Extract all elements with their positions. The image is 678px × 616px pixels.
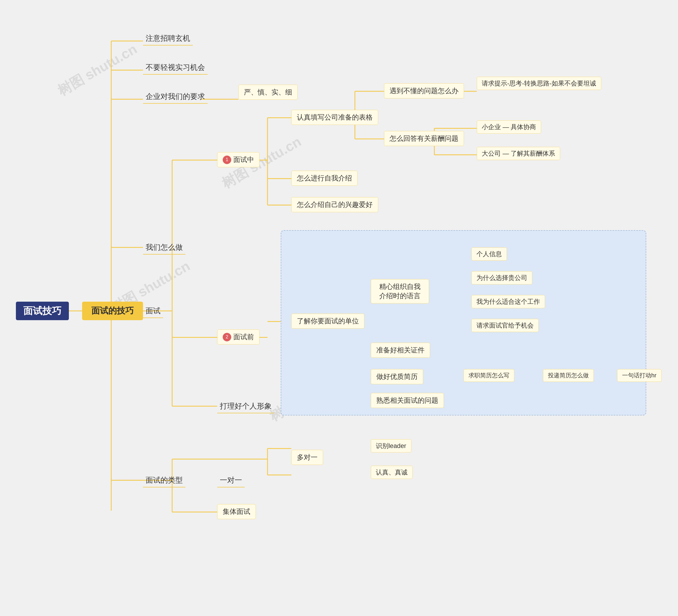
ziwo-label: 怎么进行自我介绍 (297, 174, 352, 183)
circle-1: 1 (223, 156, 231, 164)
node-qingqiumianshi: 请求面试官给予机会 (472, 319, 539, 332)
node-woweishenme: 我为什么适合这个工作 (472, 295, 545, 308)
yanshenshi-label: 严、慎、实、细 (244, 88, 292, 97)
node-ziwo: 怎么进行自我介绍 (291, 171, 357, 186)
node-qiye: 企业对我们的要求 (143, 90, 208, 104)
yiduiyi-label: 一对一 (220, 475, 242, 485)
node-dali: 打理好个人形象 (217, 400, 274, 413)
node-liaojie: 了解你要面试的单位 (291, 314, 365, 329)
node-shuxi: 熟悉相关面试的问题 (371, 393, 444, 408)
node-shixizhijia: 不要轻视实习机会 (143, 61, 208, 75)
mianshiqian-label: 面试前 (233, 332, 254, 341)
leixing-label: 面试的类型 (146, 475, 183, 485)
weishenme-label: 为什么选择贵公司 (477, 274, 527, 282)
node-shibieleader: 识别leader (371, 439, 411, 452)
mianshizhong-label: 面试中 (233, 155, 254, 164)
budong-label: 遇到不懂的问题怎么办 (389, 86, 458, 95)
xinchou-label: 怎么回答有关薪酬问题 (389, 134, 458, 143)
renzhen-label: 认真填写公司准备的表格 (297, 113, 373, 122)
node-duoduiyi: 多对一 (291, 450, 323, 465)
node-yanshenshi: 严、慎、实、细 (238, 85, 298, 100)
node-qingqiu: 请求提示-思考-转换思路-如果不会要坦诚 (477, 77, 601, 90)
gerxinxi-label: 个人信息 (477, 250, 502, 258)
level1-label: 面试的技巧 (91, 305, 134, 317)
node-jingxin: 精心组织自我介绍时的语言 (371, 279, 429, 303)
node-toudijianyao: 投递简历怎么做 (543, 369, 594, 382)
women-label: 我们怎么做 (146, 242, 183, 252)
woweishenme-label: 我为什么适合这个工作 (477, 297, 540, 306)
node-mianshizhong: 1 面试中 (217, 152, 260, 167)
node-zuohao: 做好优质简历 (371, 369, 423, 384)
shuxi-label: 熟悉相关面试的问题 (376, 396, 438, 405)
zhaopin-label: 注意招聘玄机 (146, 33, 190, 43)
jingxin-label: 精心组织自我介绍时的语言 (376, 282, 423, 300)
node-xingqu: 怎么介绍自己的兴趣爱好 (291, 197, 378, 212)
node-mianshi: 面试 (143, 304, 163, 318)
node-women: 我们怎么做 (143, 241, 185, 254)
node-dagonsi: 大公司 — 了解其薪酬体系 (477, 147, 560, 160)
mianshi-label: 面试 (146, 306, 160, 316)
shixizhijia-label: 不要轻视实习机会 (146, 63, 205, 73)
liaojie-label: 了解你要面试的单位 (297, 317, 359, 326)
node-weishenme: 为什么选择贵公司 (472, 271, 532, 284)
node-xiaoqiye: 小企业 — 具体协商 (477, 120, 541, 134)
root-label: 面试技巧 (23, 304, 62, 318)
node-zhaopin: 注意招聘玄机 (143, 32, 193, 45)
qingqiu-label: 请求提示-思考-转换思路-如果不会要坦诚 (482, 79, 596, 88)
canvas: 树图 shutu.cn 树图 shutu.cn 树图 shutu.cn 树图 s… (0, 0, 678, 616)
circle-2: 2 (223, 333, 231, 341)
watermark-1: 树图 shutu.cn (54, 40, 140, 100)
node-mianshiqian: 2 面试前 (217, 329, 260, 344)
node-xinchou: 怎么回答有关薪酬问题 (384, 131, 464, 146)
qiye-label: 企业对我们的要求 (146, 91, 205, 101)
zuohao-label: 做好优质简历 (376, 372, 418, 381)
xiaoqiye-label: 小企业 — 具体协商 (482, 123, 536, 131)
node-jiti: 集体面试 (217, 504, 256, 519)
node-leixing: 面试的类型 (143, 474, 185, 487)
jiti-label: 集体面试 (223, 507, 250, 516)
node-gerxinxi: 个人信息 (472, 247, 507, 261)
xingqu-label: 怎么介绍自己的兴趣爱好 (297, 200, 373, 209)
node-budong: 遇到不懂的问题怎么办 (384, 83, 464, 98)
node-yijuhua: 一句话打动hr (617, 369, 662, 382)
dagonsi-label: 大公司 — 了解其薪酬体系 (482, 149, 555, 158)
shibieleader-label: 识别leader (376, 442, 406, 450)
yijuhua-label: 一句话打动hr (622, 371, 656, 379)
toudijianyao-label: 投递简历怎么做 (548, 371, 589, 379)
node-renzhenzhencheng: 认真、真诚 (371, 466, 413, 479)
zhunbei-label: 准备好相关证件 (376, 345, 424, 355)
qiuzhijianli-label: 求职简历怎么写 (468, 371, 509, 379)
renzhenzhencheng-label: 认真、真诚 (376, 468, 408, 477)
dali-label: 打理好个人形象 (220, 401, 272, 411)
root-node: 面试技巧 (16, 302, 69, 320)
node-renzhen: 认真填写公司准备的表格 (291, 110, 378, 125)
node-zhunbei: 准备好相关证件 (371, 343, 430, 358)
node-yiduiyi: 一对一 (217, 474, 245, 487)
qingqiumianshi-label: 请求面试官给予机会 (477, 321, 534, 330)
node-qiuzhijianli: 求职简历怎么写 (463, 369, 514, 382)
duoduiyi-label: 多对一 (297, 453, 317, 462)
level1-node: 面试的技巧 (82, 302, 143, 320)
